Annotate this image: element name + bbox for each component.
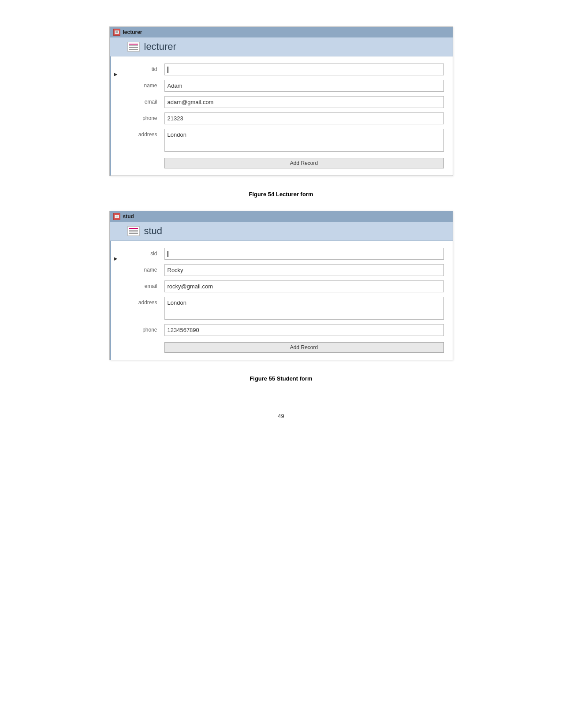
stud-input-phone[interactable] <box>164 324 444 336</box>
stud-add-record-button[interactable]: Add Record <box>164 342 444 353</box>
lecturer-add-record-button[interactable]: Add Record <box>164 158 444 168</box>
stud-label-email: email <box>129 280 157 289</box>
stud-title-icon <box>113 213 120 220</box>
lecturer-label-email: email <box>129 96 157 105</box>
lecturer-header-label: lecturer <box>144 41 176 52</box>
title-icon-inner <box>115 30 119 34</box>
stud-field-sid: sid <box>129 248 444 260</box>
stud-icon-line-3 <box>115 217 118 217</box>
stud-header-line-3 <box>129 231 138 232</box>
stud-header-label: stud <box>144 225 163 237</box>
lecturer-field-phone: phone <box>129 112 444 124</box>
lecturer-input-phone[interactable] <box>164 112 444 124</box>
stud-input-sid[interactable] <box>164 248 444 260</box>
stud-title-label: stud <box>123 213 134 220</box>
lecturer-form-window: lecturer lecturer ▶ tid <box>109 26 453 176</box>
stud-header-line-4 <box>129 233 138 234</box>
icon-line-1 <box>115 31 118 32</box>
lecturer-field-name: name <box>129 80 444 92</box>
stud-nav-arrow[interactable]: ▶ <box>111 248 120 353</box>
lecturer-form-body: ▶ tid name email <box>110 56 453 175</box>
stud-field-address: address London <box>129 297 444 320</box>
lecturer-nav-arrow[interactable]: ▶ <box>111 63 120 168</box>
header-line-1 <box>129 44 138 45</box>
lecturer-label-phone: phone <box>129 112 157 121</box>
stud-field-email: email <box>129 280 444 292</box>
lecturer-tid-wrapper <box>164 63 444 75</box>
lecturer-field-email: email <box>129 96 444 108</box>
stud-title-bar: stud <box>110 211 453 222</box>
lecturer-title-icon <box>113 29 120 36</box>
stud-input-name[interactable] <box>164 264 444 276</box>
header-line-4 <box>129 49 138 50</box>
stud-label-address: address <box>129 297 157 306</box>
stud-label-sid: sid <box>129 248 157 257</box>
lecturer-input-tid[interactable] <box>164 63 444 75</box>
stud-icon-inner <box>115 215 119 218</box>
lecturer-header-icon <box>127 42 140 52</box>
stud-sid-cursor <box>167 251 168 257</box>
stud-icon-line-2 <box>115 217 118 217</box>
lecturer-input-address[interactable]: London <box>164 129 444 152</box>
lecturer-tid-cursor <box>167 67 168 73</box>
stud-field-name: name <box>129 264 444 276</box>
stud-form-window: stud stud ▶ sid <box>109 211 453 360</box>
stud-sid-wrapper <box>164 248 444 260</box>
stud-form-body: ▶ sid name email <box>110 241 453 360</box>
stud-header-icon <box>127 226 140 236</box>
stud-label-name: name <box>129 264 157 273</box>
lecturer-form-fields: tid name email p <box>120 63 453 168</box>
stud-figure-caption: Figure 55 Student form <box>249 375 312 382</box>
page-number: 49 <box>278 395 284 419</box>
lecturer-input-email[interactable] <box>164 96 444 108</box>
lecturer-label-name: name <box>129 80 157 89</box>
lecturer-figure-caption: Figure 54 Lecturer form <box>249 191 313 198</box>
stud-field-phone: phone <box>129 324 444 336</box>
lecturer-field-tid: tid <box>129 63 444 75</box>
lecturer-label-address: address <box>129 129 157 138</box>
stud-input-address[interactable]: London <box>164 297 444 320</box>
lecturer-label-tid: tid <box>129 63 157 72</box>
lecturer-title-label: lecturer <box>123 29 142 35</box>
stud-form-fields: sid name email a <box>120 248 453 353</box>
lecturer-field-address: address London <box>129 129 444 152</box>
lecturer-title-bar: lecturer <box>110 27 453 37</box>
header-line-3 <box>129 47 138 48</box>
stud-label-phone: phone <box>129 324 157 333</box>
icon-line-2 <box>115 32 118 33</box>
page-content: lecturer lecturer ▶ tid <box>109 26 453 419</box>
stud-header-line-1 <box>129 228 138 229</box>
icon-line-3 <box>115 33 118 33</box>
lecturer-input-name[interactable] <box>164 80 444 92</box>
header-line-2 <box>129 45 138 46</box>
lecturer-form-header: lecturer <box>110 37 453 56</box>
stud-icon-line-1 <box>115 216 118 216</box>
stud-input-email[interactable] <box>164 280 444 292</box>
stud-form-header: stud <box>110 222 453 241</box>
stud-header-line-2 <box>129 230 138 231</box>
